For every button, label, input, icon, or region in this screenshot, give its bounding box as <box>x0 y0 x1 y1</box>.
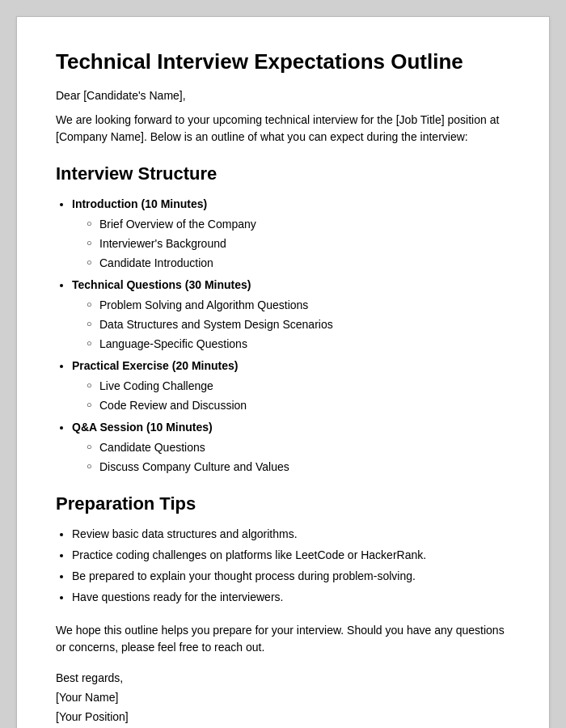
prep-tip-3: Be prepared to explain your thought proc… <box>72 568 510 585</box>
list-item-label-qa-session: Q&A Session (10 Minutes) <box>72 421 213 434</box>
sub-list-technical-questions: Problem Solving and Algorithm Questions … <box>87 297 510 353</box>
sign-off: Best regards, [Your Name] [Your Position… <box>56 669 510 728</box>
sub-item-company-overview: Brief Overview of the Company <box>87 216 510 233</box>
document-page: Technical Interview Expectations Outline… <box>16 16 550 728</box>
sub-list-introduction: Brief Overview of the Company Interviewe… <box>87 216 510 272</box>
interview-structure-list: Introduction (10 Minutes) Brief Overview… <box>72 196 510 476</box>
list-item-label-practical-exercise: Practical Exercise (20 Minutes) <box>72 359 238 372</box>
sub-item-candidate-questions: Candidate Questions <box>87 439 510 456</box>
list-item-technical-questions: Technical Questions (30 Minutes) Problem… <box>72 277 510 353</box>
prep-tip-1: Review basic data structures and algorit… <box>72 526 510 543</box>
list-item-qa-session: Q&A Session (10 Minutes) Candidate Quest… <box>72 419 510 476</box>
closing-paragraph: We hope this outline helps you prepare f… <box>56 622 510 656</box>
list-item-practical-exercise: Practical Exercise (20 Minutes) Live Cod… <box>72 358 510 414</box>
section-heading-interview-structure: Interview Structure <box>56 163 510 184</box>
sub-item-interviewer-background: Interviewer's Background <box>87 235 510 252</box>
list-item-label-introduction: Introduction (10 Minutes) <box>72 197 207 210</box>
sub-item-candidate-introduction: Candidate Introduction <box>87 255 510 272</box>
signoff-line3: [Your Position] <box>56 710 129 723</box>
sub-item-problem-solving: Problem Solving and Algorithm Questions <box>87 297 510 314</box>
document-title: Technical Interview Expectations Outline <box>56 49 510 74</box>
signoff-line1: Best regards, <box>56 671 123 684</box>
signoff-line2: [Your Name] <box>56 691 118 704</box>
section-heading-preparation-tips: Preparation Tips <box>56 493 510 514</box>
preparation-tips-list: Review basic data structures and algorit… <box>72 526 510 606</box>
sub-list-qa-session: Candidate Questions Discuss Company Cult… <box>87 439 510 476</box>
intro-paragraph: We are looking forward to your upcoming … <box>56 112 510 146</box>
sub-item-live-coding: Live Coding Challenge <box>87 378 510 395</box>
sub-item-code-review: Code Review and Discussion <box>87 397 510 414</box>
sub-item-data-structures: Data Structures and System Design Scenar… <box>87 316 510 333</box>
sub-list-practical-exercise: Live Coding Challenge Code Review and Di… <box>87 378 510 414</box>
prep-tip-2: Practice coding challenges on platforms … <box>72 547 510 564</box>
sub-item-language-specific: Language-Specific Questions <box>87 336 510 353</box>
list-item-label-technical-questions: Technical Questions (30 Minutes) <box>72 278 251 291</box>
list-item-introduction: Introduction (10 Minutes) Brief Overview… <box>72 196 510 272</box>
prep-tip-4: Have questions ready for the interviewer… <box>72 589 510 606</box>
sub-item-company-culture: Discuss Company Culture and Values <box>87 459 510 476</box>
salutation: Dear [Candidate's Name], <box>56 89 510 102</box>
